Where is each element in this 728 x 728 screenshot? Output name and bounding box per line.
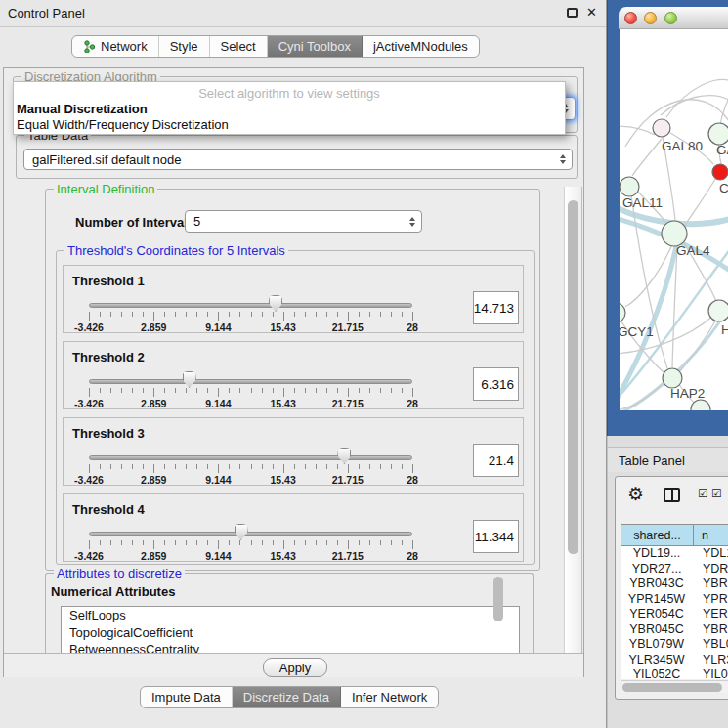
dropdown-item-equal-width-frequency[interactable]: Equal Width/Frequency Discretization bbox=[17, 117, 229, 132]
cell-shared-name[interactable]: YDL19... bbox=[621, 546, 693, 562]
content-vertical-scrollbar[interactable] bbox=[564, 187, 582, 653]
table-row[interactable]: YDR27...YDR2 bbox=[621, 562, 728, 578]
network-node-h[interactable] bbox=[708, 300, 728, 321]
threshold-1-label: Threshold 1 bbox=[72, 274, 145, 288]
table-horizontal-scrollbar[interactable] bbox=[621, 680, 728, 693]
scrollbar-thumb[interactable] bbox=[622, 683, 722, 692]
zoom-light-green-icon[interactable] bbox=[664, 12, 677, 24]
table-row[interactable]: YBR043CYBR0 bbox=[621, 577, 728, 592]
checkbox-icon[interactable]: ☑ bbox=[711, 487, 722, 500]
threshold-4-value-field[interactable]: 11.344 bbox=[473, 520, 519, 553]
cell-name[interactable]: YPR1 bbox=[693, 592, 728, 608]
threshold-1-slider-thumb[interactable] bbox=[269, 295, 282, 312]
table-row[interactable]: YIL052CYIL0 bbox=[621, 667, 728, 679]
attribute-item-betweennesscentrality[interactable]: BetweennessCentrality bbox=[62, 641, 519, 653]
interval-definition-group-title: Interval Definition bbox=[54, 182, 157, 196]
scrollbar-thumb[interactable] bbox=[568, 200, 578, 554]
tab-cyni-toolbox[interactable]: Cyni Toolbox bbox=[268, 36, 363, 57]
tick-label: -3.426 bbox=[74, 550, 104, 562]
threshold-4-slider-track[interactable] bbox=[89, 532, 412, 536]
table-panel-titlebar: Table Panel bbox=[608, 447, 728, 472]
threshold-3-value-field[interactable]: 21.4 bbox=[473, 444, 519, 477]
network-node-hap2[interactable] bbox=[663, 368, 682, 388]
node-label-gal80: GAL80 bbox=[662, 139, 703, 153]
threshold-3-slider-track[interactable] bbox=[89, 455, 412, 460]
attribute-item-selfloops[interactable]: SelfLoops bbox=[62, 607, 519, 624]
column-header-shared[interactable]: shared... bbox=[621, 525, 694, 545]
threshold-2-label: Threshold 2 bbox=[72, 350, 145, 364]
column-header-name[interactable]: n bbox=[694, 525, 728, 545]
float-window-icon[interactable] bbox=[567, 8, 578, 18]
table-column-header[interactable]: shared... n bbox=[621, 524, 728, 546]
tick-label: -3.426 bbox=[74, 321, 104, 333]
threshold-4-slider-thumb[interactable] bbox=[235, 524, 248, 540]
threshold-2-slider-thumb[interactable] bbox=[183, 371, 196, 388]
table-row[interactable]: YER054CYER0 bbox=[621, 607, 728, 622]
tick-label: 21.715 bbox=[332, 321, 364, 333]
tab-discretize-data[interactable]: Discretize Data bbox=[233, 687, 341, 707]
cell-name[interactable]: YIL0 bbox=[693, 667, 728, 679]
cell-name[interactable]: YDR2 bbox=[693, 562, 728, 578]
network-node-gal80[interactable] bbox=[653, 119, 670, 137]
close-icon[interactable]: ✕ bbox=[586, 5, 597, 20]
slider-ticks bbox=[89, 312, 412, 321]
cell-name[interactable]: YBR0 bbox=[693, 622, 728, 638]
network-canvas[interactable]: GAL80GACGAL11GAL4GCY1HHAP2 bbox=[620, 29, 728, 410]
cell-shared-name[interactable]: YBL079W bbox=[621, 637, 693, 653]
network-node-gcy1[interactable] bbox=[620, 303, 625, 322]
threshold-1-value-field[interactable]: 14.713 bbox=[473, 291, 519, 324]
cell-shared-name[interactable]: YPR145W bbox=[621, 592, 693, 608]
cell-shared-name[interactable]: YLR345W bbox=[621, 653, 693, 668]
cell-name[interactable]: YBR0 bbox=[693, 577, 728, 592]
table-row[interactable]: YLR345WYLR3 bbox=[621, 653, 728, 668]
attributes-list-scrollbar[interactable] bbox=[493, 577, 503, 621]
algorithm-dropdown-popup: Select algorithm to view settings Manual… bbox=[13, 81, 566, 135]
cell-name[interactable]: YER0 bbox=[693, 607, 728, 622]
cell-shared-name[interactable]: YIL052C bbox=[621, 667, 693, 679]
checkbox-icon[interactable]: ☑ bbox=[698, 487, 708, 500]
table-data-combobox[interactable]: galFiltered.sif default node bbox=[23, 149, 573, 170]
table-row[interactable]: YBL079WYBL0 bbox=[621, 637, 728, 653]
threshold-1-slider-track[interactable] bbox=[89, 303, 412, 308]
table-row[interactable]: YDL19...YDL1 bbox=[621, 546, 728, 562]
dropdown-item-manual-discretization[interactable]: Manual Discretization bbox=[17, 102, 148, 116]
gear-icon[interactable]: ⚙ bbox=[627, 483, 644, 504]
network-node-ga[interactable] bbox=[708, 123, 728, 145]
cell-name[interactable]: YDL1 bbox=[693, 546, 728, 562]
tab-impute-data[interactable]: Impute Data bbox=[141, 687, 233, 707]
cell-name[interactable]: YBL0 bbox=[693, 637, 728, 653]
table-row[interactable]: YPR145WYPR1 bbox=[621, 592, 728, 608]
numerical-attributes-list[interactable]: SelfLoopsTopologicalCoefficientBetweenne… bbox=[61, 606, 520, 653]
threshold-2-value-field[interactable]: 6.316 bbox=[473, 367, 519, 401]
threshold-2-row: Threshold 2-3.4262.8599.14415.4321.71528… bbox=[63, 341, 524, 409]
thresholds-groupbox: Threshold's Coordinates for 5 Intervals … bbox=[56, 250, 535, 565]
attribute-item-topologicalcoefficient[interactable]: TopologicalCoefficient bbox=[62, 624, 519, 642]
cell-name[interactable]: YLR3 bbox=[693, 653, 728, 668]
threshold-3-slider-thumb[interactable] bbox=[337, 448, 351, 464]
network-window-titlebar[interactable] bbox=[619, 7, 728, 29]
cell-shared-name[interactable]: YBR043C bbox=[621, 577, 693, 592]
minimize-light-yellow-icon[interactable] bbox=[644, 12, 657, 24]
apply-button[interactable]: Apply bbox=[263, 658, 327, 677]
cell-shared-name[interactable]: YBR045C bbox=[621, 622, 693, 638]
tab-infer-network[interactable]: Infer Network bbox=[341, 687, 438, 707]
number-of-intervals-combobox[interactable]: 5 bbox=[185, 210, 422, 233]
tick-label: 9.144 bbox=[205, 550, 231, 562]
node-label-gcy1: GCY1 bbox=[620, 324, 654, 339]
table-row[interactable]: YBR045CYBR0 bbox=[621, 622, 728, 638]
tab-select[interactable]: Select bbox=[210, 36, 268, 57]
cell-shared-name[interactable]: YDR27... bbox=[621, 562, 693, 578]
tab-jactivemnodules[interactable]: jActiveMNodules bbox=[363, 36, 479, 57]
split-view-icon[interactable] bbox=[664, 488, 680, 502]
close-light-red-icon[interactable] bbox=[624, 12, 637, 24]
cyni-toolbox-content: Discretization Algorithm Select algorith… bbox=[3, 67, 584, 677]
network-node[interactable] bbox=[691, 400, 710, 410]
threshold-2-slider-track[interactable] bbox=[89, 379, 412, 384]
cell-shared-name[interactable]: YER054C bbox=[621, 607, 693, 622]
threshold-4-row: Threshold 4-3.4262.8599.14415.4321.71528… bbox=[63, 493, 524, 562]
network-node-c[interactable] bbox=[712, 164, 728, 180]
tab-style[interactable]: Style bbox=[159, 36, 210, 57]
control-panel-titlebar: Control Panel ✕ bbox=[0, 0, 606, 27]
network-node-gal11[interactable] bbox=[620, 177, 639, 196]
tab-network[interactable]: Network bbox=[72, 36, 159, 57]
